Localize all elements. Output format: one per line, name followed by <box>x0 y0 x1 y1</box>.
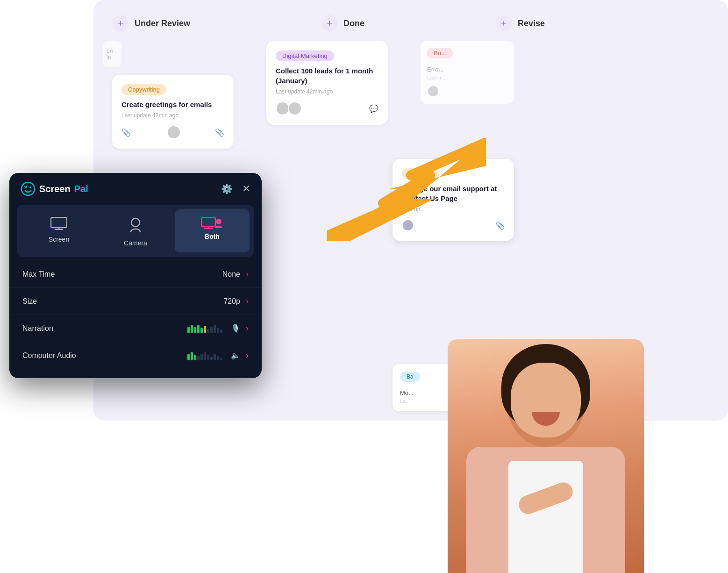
mode-screen-button[interactable]: Screen <box>21 209 96 252</box>
svg-rect-5 <box>51 217 67 228</box>
kanban-col-revise: Bu... Erro... Last u... <box>421 41 542 149</box>
logo-text-pal: Pal <box>74 184 88 194</box>
card-title-frontend: Change our email support at Contact Us P… <box>402 184 505 203</box>
card-title-leads: Collect 100 leads for 1 month (January) <box>276 66 378 86</box>
add-done-button[interactable]: + <box>321 15 338 32</box>
avatar-frontend <box>402 219 414 231</box>
size-value: 720p <box>223 297 240 306</box>
screenpal-logo-icon <box>21 181 36 196</box>
mode-both-button[interactable]: Both <box>175 209 250 252</box>
col-title-revise: Revise <box>518 19 545 29</box>
computer-audio-bars <box>187 351 222 360</box>
computer-audio-chevron-icon: › <box>246 351 249 360</box>
card-time-greetings: Last update 42min ago <box>121 112 224 119</box>
size-chevron-icon: › <box>246 296 249 306</box>
svg-point-8 <box>131 218 140 227</box>
settings-size[interactable]: Size 720p › <box>9 288 262 315</box>
mode-screen-label: Screen <box>49 236 69 243</box>
recorder-panel: ScreenPal ⚙️ ✕ Screen <box>9 173 262 378</box>
size-value-area: 720p › <box>223 296 249 306</box>
person-image <box>448 339 644 573</box>
settings-icon[interactable]: ⚙️ <box>221 183 233 194</box>
card-tag-digital: Digital Marketing <box>276 50 334 61</box>
mode-selector: Screen Camera <box>17 205 254 257</box>
comment-icon: 💬 <box>369 104 378 113</box>
screen-mode-icon <box>50 217 67 232</box>
card-tag-bug: Bu... <box>427 48 453 58</box>
mode-camera-label: Camera <box>124 239 147 247</box>
card-time-leads: Last update 42min ago <box>276 88 378 95</box>
attachment-icon-frontend: 📎 <box>495 221 505 230</box>
attachment-icon: 📎 <box>121 128 131 137</box>
card-frontend: Frontend Change our email support at Con… <box>393 159 514 241</box>
card-greetings: Copywriting Create greetings for emails … <box>112 75 234 149</box>
max-time-value: None <box>222 270 240 279</box>
card-tag-backend: Ba <box>400 372 420 382</box>
narration-label: Narration <box>22 324 53 333</box>
card-title-greetings: Create greetings for emails <box>121 100 224 109</box>
header-icons: ⚙️ ✕ <box>221 183 250 195</box>
logo-text-screen: Screen <box>39 184 71 194</box>
microphone-icon: 🎙️ <box>231 324 240 333</box>
settings-max-time[interactable]: Max Time None › <box>9 261 262 288</box>
recorder-logo: ScreenPal <box>21 181 88 196</box>
card-tag-frontend: Frontend <box>402 168 439 179</box>
col-title-under-review: Under Review <box>135 19 190 29</box>
kanban-col-done: Digital Marketing Collect 100 leads for … <box>266 41 388 149</box>
recorder-header: ScreenPal ⚙️ ✕ <box>9 173 262 205</box>
computer-audio-value-area: 🔈 › <box>187 351 249 360</box>
settings-list: Max Time None › Size 720p › Narration 🎙️… <box>9 257 262 378</box>
col-title-done: Done <box>343 19 364 29</box>
card-footer-frontend: 📎 <box>402 219 505 231</box>
mode-both-label: Both <box>205 233 220 240</box>
settings-computer-audio[interactable]: Computer Audio 🔈 › <box>9 342 262 369</box>
narration-audio-bars <box>187 324 222 333</box>
narration-chevron-icon: › <box>246 323 249 333</box>
card-time-frontend: Last up... <box>402 206 505 213</box>
mode-camera-button[interactable]: Camera <box>98 209 173 252</box>
camera-mode-icon <box>128 217 143 236</box>
max-time-value-area: None › <box>222 269 249 279</box>
narration-value-area: 🎙️ › <box>187 323 249 333</box>
kanban-header: + Under Review + Done + Revise <box>93 0 728 41</box>
close-icon[interactable]: ✕ <box>242 183 250 195</box>
attachment-icon-2: 📎 <box>215 128 224 137</box>
kanban-cards-area: on in Copywriting Create greetings for e… <box>93 41 728 149</box>
card-partial-title: Erro... <box>427 66 507 73</box>
card-footer-greetings: 📎 📎 <box>121 125 224 139</box>
card-leads: Digital Marketing Collect 100 leads for … <box>266 41 388 125</box>
settings-narration[interactable]: Narration 🎙️ › <box>9 315 262 342</box>
max-time-chevron-icon: › <box>246 269 249 279</box>
avatar-2 <box>288 101 302 115</box>
computer-audio-label: Computer Audio <box>22 351 76 360</box>
kanban-col-under-review: on in Copywriting Create greetings for e… <box>112 41 234 149</box>
svg-point-4 <box>29 186 31 188</box>
card-tag-copywriting: Copywriting <box>121 84 166 95</box>
svg-point-2 <box>21 182 35 195</box>
card-partial-time: Last u... <box>427 75 507 80</box>
add-under-review-button[interactable]: + <box>112 15 129 32</box>
svg-rect-9 <box>201 217 215 227</box>
avatar-partial <box>427 85 439 97</box>
add-revise-button[interactable]: + <box>495 15 512 32</box>
speaker-icon: 🔈 <box>231 351 240 360</box>
size-label: Size <box>22 297 37 306</box>
both-mode-icon <box>201 217 223 229</box>
avatar <box>167 125 181 139</box>
card-footer-leads: 💬 <box>276 101 378 115</box>
max-time-label: Max Time <box>22 270 55 279</box>
svg-point-12 <box>216 219 221 224</box>
